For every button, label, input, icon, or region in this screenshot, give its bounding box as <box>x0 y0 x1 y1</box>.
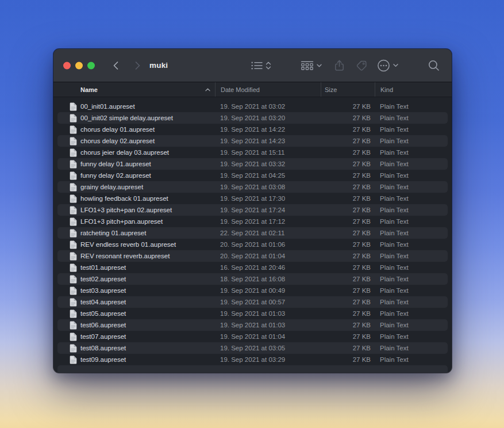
table-row[interactable]: test09.aupreset 19. Sep 2021 at 03:29 27… <box>53 354 452 365</box>
table-row[interactable]: test05.aupreset 19. Sep 2021 at 01:03 27… <box>53 308 452 319</box>
table-row[interactable]: 00_init02 simple delay.aupreset 19. Sep … <box>53 112 452 124</box>
file-name: test09.aupreset <box>80 356 126 363</box>
table-row[interactable]: test03.aupreset 19. Sep 2021 at 00:49 27… <box>53 285 452 296</box>
file-name: 00_init01.aupreset <box>80 103 135 110</box>
file-name: test04.aupreset <box>80 299 126 305</box>
search-icon <box>428 60 440 71</box>
column-header-date-modified[interactable]: Date Modified <box>215 82 321 97</box>
file-date-modified: 19. Sep 2021 at 01:04 <box>215 333 321 340</box>
file-name: test08.aupreset <box>80 345 126 351</box>
file-kind: Plain Text <box>375 218 452 225</box>
file-date-modified: 19. Sep 2021 at 03:05 <box>215 345 321 351</box>
file-date-modified: 19. Sep 2021 at 03:02 <box>215 103 321 110</box>
file-size: 27 KB <box>321 356 375 363</box>
file-size: 27 KB <box>321 310 375 317</box>
document-icon <box>70 263 77 272</box>
table-row[interactable]: howling feedback 01.aupreset 19. Sep 202… <box>53 193 452 204</box>
table-row[interactable]: test04.aupreset 19. Sep 2021 at 00:57 27… <box>53 296 452 308</box>
table-row[interactable]: test01.aupreset 16. Sep 2021 at 20:46 27… <box>53 262 452 273</box>
file-size: 27 KB <box>321 114 375 121</box>
window-title: muki <box>149 49 168 82</box>
file-kind: Plain Text <box>375 264 452 271</box>
table-row[interactable]: ratcheting 01.aupreset 22. Sep 2021 at 0… <box>53 227 452 239</box>
table-row[interactable]: test07.aupreset 19. Sep 2021 at 01:04 27… <box>53 331 452 342</box>
file-size: 27 KB <box>321 160 375 167</box>
table-row[interactable]: grainy delay.aupreset 19. Sep 2021 at 03… <box>53 181 452 193</box>
column-header-size[interactable]: Size <box>321 82 375 97</box>
back-button[interactable] <box>111 60 120 71</box>
document-icon <box>70 114 77 123</box>
file-date-modified: 19. Sep 2021 at 03:08 <box>215 184 321 190</box>
table-row[interactable]: LFO1+3 pitch+pan.aupreset 19. Sep 2021 a… <box>53 216 452 227</box>
finder-window: muki <box>53 49 452 373</box>
table-row[interactable]: funny delay 01.aupreset 19. Sep 2021 at … <box>53 158 452 170</box>
file-date-modified: 19. Sep 2021 at 00:49 <box>215 287 321 294</box>
file-name: 00_init02 simple delay.aupreset <box>80 114 173 121</box>
window-titlebar[interactable]: muki <box>53 49 452 82</box>
file-date-modified: 20. Sep 2021 at 01:04 <box>215 253 321 259</box>
document-icon <box>70 333 77 341</box>
document-icon <box>70 183 77 192</box>
file-size: 27 KB <box>321 172 375 179</box>
document-icon <box>70 148 77 157</box>
file-date-modified: 19. Sep 2021 at 17:30 <box>215 195 321 202</box>
more-options-button[interactable] <box>376 58 399 73</box>
file-kind: Plain Text <box>375 299 452 305</box>
column-header-name[interactable]: Name <box>53 82 215 97</box>
empty-stripe-row <box>53 365 452 373</box>
file-size: 27 KB <box>321 253 375 259</box>
file-name: test06.aupreset <box>80 322 126 328</box>
column-header-kind[interactable]: Kind <box>375 82 452 97</box>
table-row[interactable]: funny delay 02.aupreset 19. Sep 2021 at … <box>53 170 452 181</box>
tag-button[interactable] <box>355 59 368 72</box>
table-row[interactable]: chorus jeier delay 03.aupreset 19. Sep 2… <box>53 147 452 158</box>
table-row[interactable]: test06.aupreset 19. Sep 2021 at 01:03 27… <box>53 319 452 331</box>
file-date-modified: 22. Sep 2021 at 02:11 <box>215 230 321 236</box>
document-icon <box>70 252 77 261</box>
zoom-button[interactable] <box>87 62 95 69</box>
file-kind: Plain Text <box>375 184 452 190</box>
table-row[interactable]: REV resonant reverb.aupreset 20. Sep 202… <box>53 250 452 262</box>
file-kind: Plain Text <box>375 195 452 202</box>
minimize-button[interactable] <box>75 62 83 69</box>
table-row[interactable]: LFO1+3 pitch+pan 02.aupreset 19. Sep 202… <box>53 204 452 216</box>
table-row[interactable]: test02.aupreset 18. Sep 2021 at 16:08 27… <box>53 273 452 285</box>
file-kind: Plain Text <box>375 253 452 259</box>
table-row[interactable]: REV endless reverb 01.aupreset 20. Sep 2… <box>53 239 452 250</box>
file-name: test07.aupreset <box>80 333 126 340</box>
file-name: ratcheting 01.aupreset <box>80 230 146 236</box>
document-icon <box>70 125 77 134</box>
view-list-button[interactable] <box>250 60 272 71</box>
forward-button[interactable] <box>133 60 142 71</box>
chevron-down-icon <box>317 64 322 67</box>
file-name: funny delay 02.aupreset <box>80 172 151 179</box>
file-kind: Plain Text <box>375 160 452 167</box>
document-icon <box>70 240 77 249</box>
table-row[interactable]: chorus delay 01.aupreset 19. Sep 2021 at… <box>53 124 452 135</box>
group-button[interactable] <box>299 60 323 71</box>
document-icon <box>70 286 77 295</box>
table-row[interactable]: 00_init01.aupreset 19. Sep 2021 at 03:02… <box>53 101 452 112</box>
table-row[interactable]: chorus delay 02.aupreset 19. Sep 2021 at… <box>53 135 452 147</box>
tag-icon <box>356 60 367 71</box>
file-date-modified: 19. Sep 2021 at 03:29 <box>215 356 321 363</box>
file-date-modified: 19. Sep 2021 at 14:22 <box>215 126 321 133</box>
file-kind: Plain Text <box>375 230 452 236</box>
file-size: 27 KB <box>321 333 375 340</box>
list-header: Name Date Modified Size Kind <box>53 82 452 97</box>
file-size: 27 KB <box>321 276 375 282</box>
search-button[interactable] <box>427 59 441 72</box>
table-row[interactable]: test08.aupreset 19. Sep 2021 at 03:05 27… <box>53 342 452 354</box>
file-size: 27 KB <box>321 218 375 225</box>
chevron-left-icon <box>113 61 119 70</box>
document-icon <box>70 321 77 330</box>
document-icon <box>70 309 77 318</box>
file-name: grainy delay.aupreset <box>80 184 143 190</box>
file-size: 27 KB <box>321 230 375 236</box>
close-button[interactable] <box>63 62 71 69</box>
file-date-modified: 19. Sep 2021 at 03:20 <box>215 114 321 121</box>
share-button[interactable] <box>333 59 345 72</box>
document-icon <box>70 102 77 111</box>
ellipsis-circle-icon <box>377 59 390 72</box>
file-name: LFO1+3 pitch+pan 02.aupreset <box>80 207 172 213</box>
